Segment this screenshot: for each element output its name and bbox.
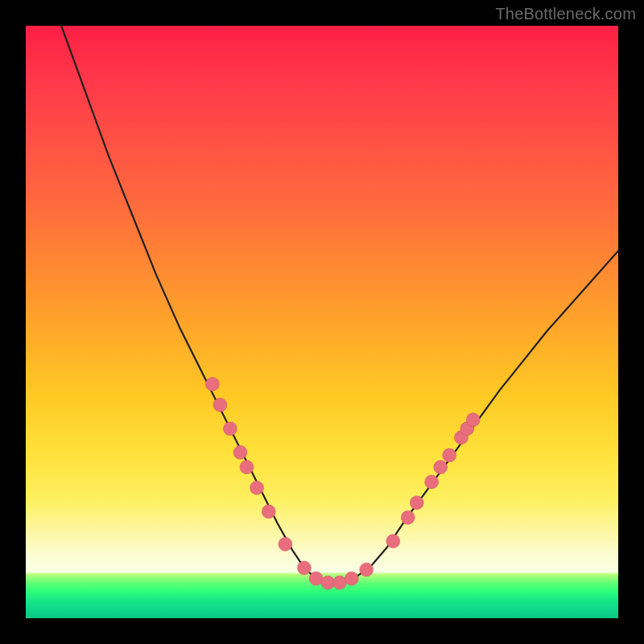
chart-frame: TheBottleneck.com — [0, 0, 644, 644]
highlight-markers — [205, 378, 480, 590]
watermark-text: TheBottleneck.com — [495, 5, 636, 23]
marker-point — [443, 448, 456, 462]
plot-area — [26, 26, 618, 618]
marker-point — [425, 475, 439, 489]
marker-point — [410, 496, 423, 510]
marker-point — [297, 561, 311, 575]
marker-point — [213, 398, 227, 412]
marker-point — [205, 378, 219, 391]
marker-point — [386, 535, 400, 548]
bottleneck-curve — [61, 26, 618, 584]
marker-point — [333, 576, 347, 589]
marker-point — [250, 481, 264, 495]
marker-point — [223, 422, 237, 436]
marker-point — [401, 510, 415, 524]
marker-point — [360, 563, 374, 576]
marker-point — [240, 460, 254, 474]
marker-point — [262, 505, 275, 518]
marker-point — [279, 538, 292, 551]
marker-point — [233, 445, 247, 459]
chart-svg — [26, 26, 618, 618]
marker-point — [321, 576, 335, 589]
marker-point — [434, 460, 448, 474]
marker-point — [466, 413, 480, 427]
marker-point — [309, 572, 323, 585]
marker-point — [345, 572, 358, 585]
